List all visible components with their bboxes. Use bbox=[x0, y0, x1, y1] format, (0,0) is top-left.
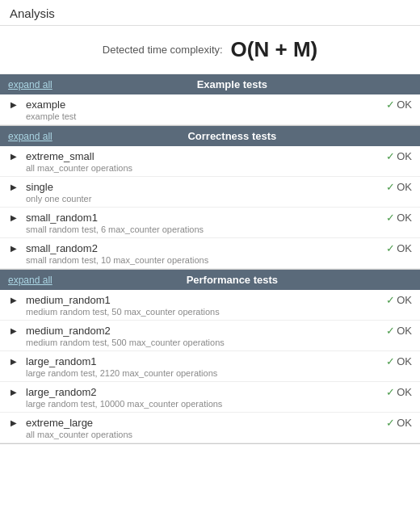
check-icon: ✓ bbox=[386, 417, 395, 429]
test-status: ✓ OK bbox=[386, 99, 412, 111]
check-icon: ✓ bbox=[386, 386, 395, 398]
test-item-row: ▶extreme_large✓ OK bbox=[8, 417, 412, 429]
list-item: ▶large_random2✓ OKlarge random test, 100… bbox=[0, 382, 420, 413]
test-item-row: ▶small_random1✓ OK bbox=[8, 212, 412, 224]
test-description: small random test, 6 max_counter operati… bbox=[26, 225, 412, 234]
expand-arrow-icon[interactable]: ▶ bbox=[8, 295, 19, 306]
test-description: only one counter bbox=[26, 194, 412, 204]
test-name: example bbox=[26, 99, 386, 111]
test-status: ✓ OK bbox=[386, 417, 412, 429]
section-correctness: expand allCorrectness tests▶extreme_smal… bbox=[0, 126, 420, 270]
check-icon: ✓ bbox=[386, 294, 395, 306]
status-badge: OK bbox=[397, 212, 412, 224]
section-performance: expand allPerformance tests▶medium_rando… bbox=[0, 270, 420, 444]
complexity-label: Detected time complexity: bbox=[103, 44, 223, 56]
test-status: ✓ OK bbox=[386, 242, 412, 254]
check-icon: ✓ bbox=[386, 150, 395, 162]
test-description: medium random test, 500 max_counter oper… bbox=[26, 338, 412, 347]
check-icon: ✓ bbox=[386, 242, 395, 254]
list-item: ▶medium_random2✓ OKmedium random test, 5… bbox=[0, 321, 420, 351]
list-item: ▶medium_random1✓ OKmedium random test, 5… bbox=[0, 290, 420, 321]
section-title-correctness: Correctness tests bbox=[52, 130, 412, 142]
test-item-row: ▶medium_random1✓ OK bbox=[8, 294, 412, 306]
expand-arrow-icon[interactable]: ▶ bbox=[8, 212, 19, 224]
test-description: small random test, 10 max_counter operat… bbox=[26, 255, 412, 265]
test-description: example test bbox=[26, 111, 412, 121]
section-header-performance: expand allPerformance tests bbox=[0, 270, 420, 290]
list-item: ▶small_random1✓ OKsmall random test, 6 m… bbox=[0, 208, 420, 238]
test-name: medium_random1 bbox=[26, 294, 386, 306]
test-name: large_random1 bbox=[26, 355, 386, 367]
test-item-row: ▶large_random2✓ OK bbox=[8, 386, 412, 398]
test-status: ✓ OK bbox=[386, 150, 412, 162]
page-title: Analysis bbox=[0, 0, 420, 26]
expand-arrow-icon[interactable]: ▶ bbox=[8, 243, 19, 254]
test-name: single bbox=[26, 181, 386, 193]
expand-arrow-icon[interactable]: ▶ bbox=[8, 182, 19, 193]
expand-arrow-icon[interactable]: ▶ bbox=[8, 99, 19, 111]
section-title-example: Example tests bbox=[52, 78, 412, 90]
test-description: all max_counter operations bbox=[26, 430, 412, 439]
status-badge: OK bbox=[397, 417, 412, 429]
check-icon: ✓ bbox=[386, 355, 395, 367]
expand-arrow-icon[interactable]: ▶ bbox=[8, 387, 19, 398]
status-badge: OK bbox=[397, 386, 412, 398]
list-item: ▶example✓ OKexample test bbox=[0, 94, 420, 125]
check-icon: ✓ bbox=[386, 325, 395, 337]
expand-all-performance[interactable]: expand all bbox=[8, 275, 52, 286]
section-header-correctness: expand allCorrectness tests bbox=[0, 126, 420, 146]
status-badge: OK bbox=[397, 150, 412, 162]
test-status: ✓ OK bbox=[386, 181, 412, 193]
check-icon: ✓ bbox=[386, 181, 395, 193]
test-item-row: ▶large_random1✓ OK bbox=[8, 355, 412, 367]
test-description: medium random test, 50 max_counter opera… bbox=[26, 307, 412, 317]
test-item-row: ▶single✓ OK bbox=[8, 181, 412, 193]
status-badge: OK bbox=[397, 99, 412, 111]
test-name: medium_random2 bbox=[26, 325, 386, 337]
status-badge: OK bbox=[397, 181, 412, 193]
status-badge: OK bbox=[397, 325, 412, 337]
section-title-performance: Performance tests bbox=[52, 274, 412, 286]
test-name: large_random2 bbox=[26, 386, 386, 398]
test-status: ✓ OK bbox=[386, 386, 412, 398]
expand-arrow-icon[interactable]: ▶ bbox=[8, 418, 19, 429]
test-name: extreme_large bbox=[26, 417, 386, 429]
expand-all-example[interactable]: expand all bbox=[8, 79, 52, 90]
expand-arrow-icon[interactable]: ▶ bbox=[8, 325, 19, 337]
list-item: ▶single✓ OKonly one counter bbox=[0, 177, 420, 208]
test-status: ✓ OK bbox=[386, 325, 412, 337]
test-item-row: ▶example✓ OK bbox=[8, 99, 412, 111]
test-item-row: ▶extreme_small✓ OK bbox=[8, 150, 412, 162]
status-badge: OK bbox=[397, 294, 412, 306]
expand-all-correctness[interactable]: expand all bbox=[8, 131, 52, 142]
status-badge: OK bbox=[397, 355, 412, 367]
section-example: expand allExample tests▶example✓ OKexamp… bbox=[0, 74, 420, 126]
test-status: ✓ OK bbox=[386, 294, 412, 306]
check-icon: ✓ bbox=[386, 212, 395, 224]
status-badge: OK bbox=[397, 242, 412, 254]
test-description: all max_counter operations bbox=[26, 163, 412, 173]
list-item: ▶small_random2✓ OKsmall random test, 10 … bbox=[0, 238, 420, 269]
section-header-example: expand allExample tests bbox=[0, 74, 420, 94]
test-description: large random test, 2120 max_counter oper… bbox=[26, 368, 412, 378]
test-name: small_random1 bbox=[26, 212, 386, 224]
test-item-row: ▶medium_random2✓ OK bbox=[8, 325, 412, 337]
test-name: extreme_small bbox=[26, 150, 386, 162]
test-status: ✓ OK bbox=[386, 212, 412, 224]
complexity-row: Detected time complexity: O(N + M) bbox=[0, 26, 420, 74]
test-item-row: ▶small_random2✓ OK bbox=[8, 242, 412, 254]
expand-arrow-icon[interactable]: ▶ bbox=[8, 356, 19, 367]
complexity-value: O(N + M) bbox=[231, 37, 318, 62]
list-item: ▶extreme_small✓ OKall max_counter operat… bbox=[0, 146, 420, 177]
list-item: ▶large_random1✓ OKlarge random test, 212… bbox=[0, 351, 420, 382]
expand-arrow-icon[interactable]: ▶ bbox=[8, 151, 19, 162]
check-icon: ✓ bbox=[386, 99, 395, 111]
test-status: ✓ OK bbox=[386, 355, 412, 367]
test-description: large random test, 10000 max_counter ope… bbox=[26, 399, 412, 409]
test-name: small_random2 bbox=[26, 242, 386, 254]
list-item: ▶extreme_large✓ OKall max_counter operat… bbox=[0, 413, 420, 443]
